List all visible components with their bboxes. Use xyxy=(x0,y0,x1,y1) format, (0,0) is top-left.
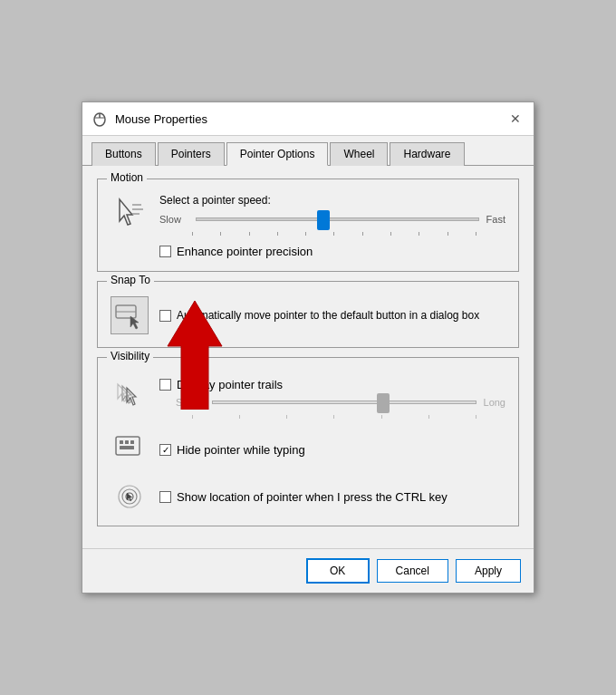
footer: OK Cancel Apply xyxy=(82,548,534,593)
snap-to-description: Automatically move pointer to the defaul… xyxy=(177,307,505,323)
svg-rect-15 xyxy=(125,440,129,444)
slow-label: Slow xyxy=(159,214,188,225)
speed-slider[interactable] xyxy=(196,217,479,221)
fast-label: Fast xyxy=(486,214,505,225)
visibility-section-label: Visibility xyxy=(107,350,153,362)
long-label: Long xyxy=(484,397,505,408)
trails-slider[interactable] xyxy=(212,401,476,404)
tab-hardware[interactable]: Hardware xyxy=(390,142,464,166)
svg-rect-17 xyxy=(120,446,134,449)
hide-typing-label: Hide pointer while typing xyxy=(177,443,305,457)
hide-typing-icon xyxy=(111,428,149,466)
snap-to-checkbox[interactable] xyxy=(159,310,171,322)
enhance-precision-label: Enhance pointer precision xyxy=(177,245,313,258)
snap-to-icon xyxy=(111,296,149,334)
show-location-label: Show location of pointer when I press th… xyxy=(177,490,448,504)
motion-section: Motion Select a poi xyxy=(97,179,519,272)
motion-icon xyxy=(111,194,149,232)
svg-rect-16 xyxy=(130,440,134,444)
short-label: Short xyxy=(176,397,205,408)
tab-wheel[interactable]: Wheel xyxy=(330,142,388,166)
hide-typing-checkbox[interactable] xyxy=(159,444,171,456)
mouse-properties-window: Mouse Properties ✕ Buttons Pointers Poin… xyxy=(82,101,534,594)
apply-button[interactable]: Apply xyxy=(456,559,521,583)
titlebar: Mouse Properties ✕ xyxy=(82,102,534,136)
show-location-checkbox[interactable] xyxy=(159,491,171,503)
tabs-bar: Buttons Pointers Pointer Options Wheel H… xyxy=(82,136,534,166)
display-trails-label: Display pointer trails xyxy=(177,378,283,391)
snap-to-section: Snap To Automatically move pointer t xyxy=(97,281,519,348)
cancel-button[interactable]: Cancel xyxy=(377,559,448,583)
svg-marker-3 xyxy=(120,199,132,225)
tab-content: Motion Select a poi xyxy=(82,166,534,548)
tab-pointers[interactable]: Pointers xyxy=(158,142,225,166)
tab-buttons[interactable]: Buttons xyxy=(91,142,156,166)
motion-section-label: Motion xyxy=(107,171,147,184)
window-icon xyxy=(91,111,108,127)
close-button[interactable]: ✕ xyxy=(506,110,525,128)
display-trails-checkbox[interactable] xyxy=(159,379,171,391)
tab-pointer-options[interactable]: Pointer Options xyxy=(226,142,329,166)
show-location-icon xyxy=(111,475,149,513)
svg-rect-14 xyxy=(120,440,123,444)
visibility-section: Visibility Display p xyxy=(97,357,519,526)
window-title: Mouse Properties xyxy=(115,112,207,126)
ok-button[interactable]: OK xyxy=(306,558,370,584)
trails-icon xyxy=(111,377,149,415)
enhance-precision-checkbox[interactable] xyxy=(159,246,171,257)
speed-label: Select a pointer speed: xyxy=(159,194,505,207)
snap-to-label: Snap To xyxy=(107,274,154,286)
